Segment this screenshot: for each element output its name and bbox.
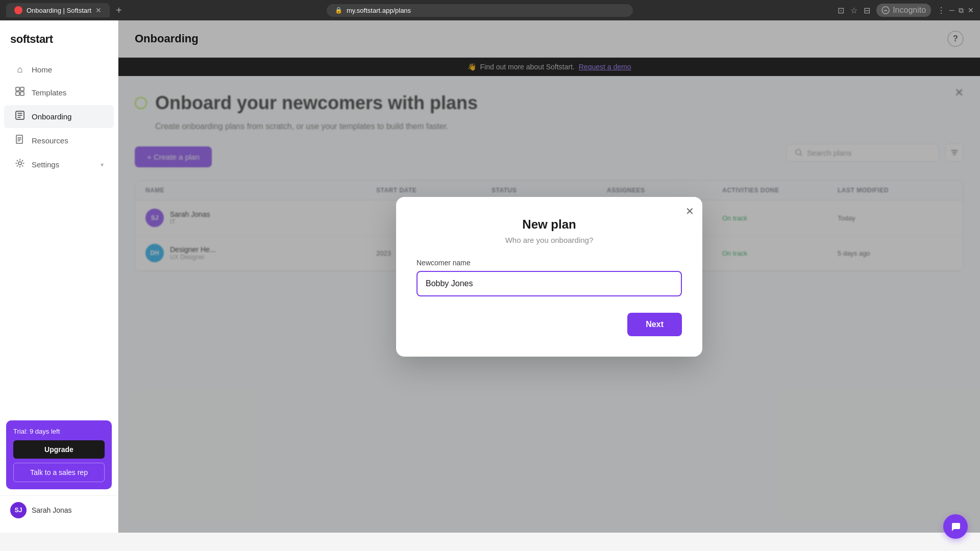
tab-close-btn[interactable]: ✕ [95,6,102,14]
user-name: Sarah Jonas [32,506,72,514]
sidebar-item-label-home: Home [32,65,52,74]
sidebar-item-label-settings: Settings [32,160,59,169]
app-layout: softstart ⌂ Home Templates Onboarding [0,20,980,533]
sidebar-user: SJ Sarah Jonas [0,495,118,524]
svg-rect-3 [20,87,24,91]
sidebar-item-home[interactable]: ⌂ Home [4,59,114,80]
svg-rect-5 [20,92,24,95]
home-icon: ⌂ [14,64,26,75]
incognito-btn[interactable]: Incognito [876,4,931,17]
main-content: Onboarding ? 👋 Find out more about Softs… [118,20,980,533]
trial-text: Trial: 9 days left [13,428,105,435]
modal-overlay[interactable]: ✕ New plan Who are you onboarding? Newco… [118,20,980,533]
settings-icon [14,158,26,171]
incognito-label: Incognito [893,6,926,15]
sidebar: softstart ⌂ Home Templates Onboarding [0,20,118,533]
chevron-down-icon: ▾ [101,161,104,168]
upgrade-button[interactable]: Upgrade [13,440,105,459]
lock-icon: 🔒 [335,7,342,14]
sidebar-logo: softstart [0,29,118,58]
svg-rect-2 [16,87,19,91]
sidebar-item-label-templates: Templates [32,88,66,97]
svg-point-8 [18,162,21,165]
bookmark-icon[interactable]: ☆ [850,6,857,15]
modal-title: New plan [416,217,682,232]
sidebar-item-settings[interactable]: Settings ▾ [4,153,114,176]
svg-point-0 [16,8,21,13]
sidebar-toggle-icon[interactable]: ⊟ [864,6,870,15]
chat-button[interactable] [943,514,968,539]
restore-btn[interactable]: ⧉ [959,6,964,15]
sidebar-item-label-onboarding: Onboarding [32,112,71,121]
trial-box: Trial: 9 days left Upgrade Talk to a sal… [6,420,112,489]
sidebar-item-label-resources: Resources [32,136,68,145]
sidebar-item-templates[interactable]: Templates [4,81,114,104]
cast-icon[interactable]: ⊡ [838,6,844,15]
svg-rect-4 [16,92,19,95]
sidebar-item-onboarding[interactable]: Onboarding [4,105,114,128]
modal-subtitle: Who are you onboarding? [416,236,682,244]
avatar: SJ [10,502,27,518]
tab-title: Onboarding | Softstart [27,7,91,14]
onboarding-icon [14,110,26,123]
new-tab-btn[interactable]: + [116,5,122,16]
browser-chrome: Onboarding | Softstart ✕ + 🔒 my.softstar… [0,0,980,20]
sidebar-item-resources[interactable]: Resources [4,129,114,152]
sidebar-nav: ⌂ Home Templates Onboarding Resources [0,58,118,414]
newcomer-name-label: Newcomer name [416,259,682,267]
address-bar[interactable]: 🔒 my.softstart.app/plans [327,4,633,17]
modal-actions: Next [416,313,682,336]
browser-actions: ⊡ ☆ ⊟ Incognito ⋮ [838,4,945,17]
resources-icon [14,134,26,147]
templates-icon [14,86,26,99]
tab-favicon [14,6,22,14]
more-menu-icon[interactable]: ⋮ [937,6,945,15]
window-controls: ─ ⧉ ✕ [949,6,974,15]
sales-rep-button[interactable]: Talk to a sales rep [13,463,105,482]
url-text: my.softstart.app/plans [347,7,411,14]
modal-close-btn[interactable]: ✕ [685,205,694,217]
close-btn[interactable]: ✕ [968,6,974,15]
minimize-btn[interactable]: ─ [949,6,954,15]
browser-tab[interactable]: Onboarding | Softstart ✕ [6,3,110,17]
newcomer-name-input[interactable] [416,271,682,296]
avatar-initials: SJ [15,507,22,514]
next-button[interactable]: Next [627,313,682,336]
new-plan-modal: ✕ New plan Who are you onboarding? Newco… [396,197,702,357]
